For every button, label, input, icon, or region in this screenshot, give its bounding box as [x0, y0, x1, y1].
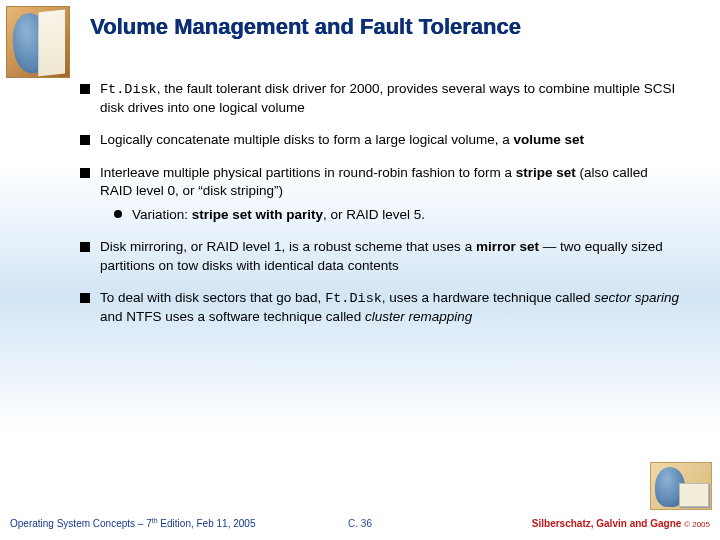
bullet-text: To deal with disk sectors that go bad, [100, 290, 325, 305]
footer-right: Silberschatz, Galvin and Gagne © 2005 [532, 518, 710, 529]
bullet-text: Logically concatenate multiple disks to … [100, 132, 513, 147]
bold-term: volume set [513, 132, 584, 147]
slide-number: C. 36 [348, 518, 372, 529]
bullet-item: Logically concatenate multiple disks to … [80, 131, 680, 149]
bullet-item: To deal with disk sectors that go bad, F… [80, 289, 680, 326]
footer-text: Edition, Feb 11, 2005 [158, 518, 256, 529]
italic-term: sector sparing [594, 290, 679, 305]
bullet-item: Interleave multiple physical partitions … [80, 164, 680, 225]
bold-term: stripe set with parity [192, 207, 323, 222]
bullet-text: , the fault tolerant disk driver for 200… [100, 81, 675, 115]
dinosaur-logo-top [6, 6, 70, 78]
footer-authors: Silberschatz, Galvin and Gagne [532, 518, 684, 529]
bullet-item: Disk mirroring, or RAID level 1, is a ro… [80, 238, 680, 274]
code-text: Ft.Disk [325, 291, 382, 306]
bullet-text: Interleave multiple physical partitions … [100, 165, 516, 180]
italic-term: cluster remapping [365, 309, 472, 324]
footer-copyright: © 2005 [684, 520, 710, 529]
slide-footer: Operating System Concepts – 7th Edition,… [0, 514, 720, 532]
dinosaur-logo-bottom [650, 462, 712, 510]
bullet-text: Variation: [132, 207, 192, 222]
bold-term: mirror set [476, 239, 539, 254]
bold-term: stripe set [516, 165, 576, 180]
footer-text: Operating System Concepts – 7 [10, 518, 152, 529]
bullet-item: Ft.Disk, the fault tolerant disk driver … [80, 80, 680, 117]
footer-left: Operating System Concepts – 7th Edition,… [10, 517, 255, 529]
bullet-text: , uses a hardware technique called [382, 290, 594, 305]
bullet-text: , or RAID level 5. [323, 207, 425, 222]
bullet-text: Disk mirroring, or RAID level 1, is a ro… [100, 239, 476, 254]
bullet-text: and NTFS uses a software technique calle… [100, 309, 365, 324]
sub-bullet-item: Variation: stripe set with parity, or RA… [100, 206, 680, 224]
slide-title: Volume Management and Fault Tolerance [90, 14, 700, 40]
slide-content: Ft.Disk, the fault tolerant disk driver … [80, 80, 680, 340]
code-text: Ft.Disk [100, 82, 157, 97]
